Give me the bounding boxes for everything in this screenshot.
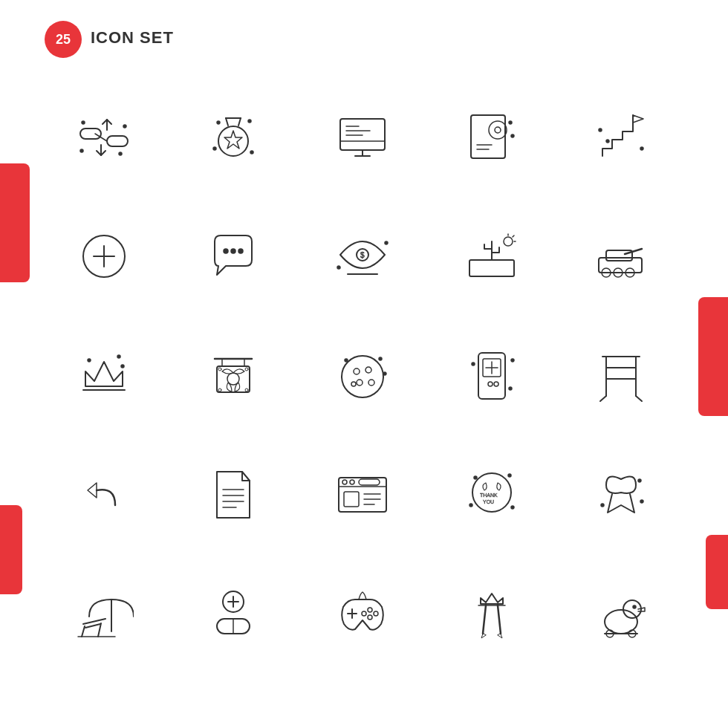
svg-line-10 <box>238 118 241 126</box>
svg-point-89 <box>509 387 512 390</box>
svg-point-73 <box>354 368 360 374</box>
svg-rect-106 <box>344 492 359 507</box>
svg-line-51 <box>513 235 514 237</box>
svg-rect-54 <box>606 250 632 261</box>
svg-point-112 <box>508 474 511 477</box>
svg-point-104 <box>350 480 354 484</box>
icon-ribbon <box>562 438 680 550</box>
icon-eye-dollar: $ <box>303 201 422 312</box>
svg-line-124 <box>98 623 101 637</box>
svg-point-49 <box>504 237 513 246</box>
svg-text:YOU: YOU <box>483 499 494 504</box>
svg-line-9 <box>226 118 228 126</box>
svg-point-40 <box>231 249 235 253</box>
svg-rect-105 <box>359 479 380 485</box>
svg-point-71 <box>245 389 248 391</box>
svg-line-123 <box>82 626 85 637</box>
icon-chat-dots <box>174 201 293 312</box>
svg-marker-8 <box>224 131 242 149</box>
svg-point-33 <box>606 140 609 143</box>
svg-point-111 <box>474 476 477 479</box>
svg-point-44 <box>337 266 340 269</box>
svg-point-80 <box>383 372 386 375</box>
icon-crown <box>45 319 163 431</box>
icon-biohazard-shop <box>174 319 293 431</box>
svg-point-68 <box>218 368 221 371</box>
svg-point-103 <box>342 480 347 484</box>
svg-point-35 <box>599 129 602 131</box>
svg-rect-16 <box>340 119 385 150</box>
icon-tank <box>562 201 680 312</box>
svg-point-78 <box>345 359 348 362</box>
svg-rect-66 <box>217 366 250 392</box>
red-decoration-right-top <box>698 297 728 416</box>
icon-cookie <box>303 319 422 431</box>
svg-point-6 <box>80 149 83 152</box>
svg-point-74 <box>365 367 371 373</box>
svg-point-61 <box>117 355 120 358</box>
icon-mobile-game <box>432 319 551 431</box>
svg-point-34 <box>640 147 643 150</box>
svg-text:$: $ <box>360 251 365 259</box>
svg-rect-0 <box>80 129 101 139</box>
icon-chain-link <box>45 82 163 193</box>
page-title: ICON SET <box>91 28 174 48</box>
svg-point-45 <box>385 241 388 244</box>
svg-text:THANK: THANK <box>480 493 498 498</box>
svg-rect-1 <box>107 136 128 146</box>
svg-point-77 <box>351 382 356 386</box>
svg-point-12 <box>217 121 220 124</box>
icon-vinyl-note <box>432 82 551 193</box>
svg-point-39 <box>224 249 228 253</box>
red-decoration-right-bottom <box>706 535 728 609</box>
svg-point-25 <box>489 121 507 139</box>
svg-point-26 <box>495 127 501 133</box>
icon-luggage-stand <box>562 319 680 431</box>
svg-point-14 <box>213 147 216 150</box>
svg-line-139 <box>498 605 501 634</box>
svg-point-70 <box>218 389 221 391</box>
icon-game-controller <box>303 557 422 669</box>
svg-point-133 <box>368 608 372 612</box>
svg-point-135 <box>368 615 372 620</box>
icon-plus-circle <box>45 201 163 312</box>
svg-point-72 <box>342 356 383 397</box>
svg-point-30 <box>511 134 514 137</box>
svg-line-122 <box>85 624 100 628</box>
svg-point-62 <box>121 365 124 368</box>
svg-line-95 <box>600 396 606 401</box>
svg-point-136 <box>362 611 366 616</box>
svg-point-113 <box>469 504 472 507</box>
svg-point-29 <box>509 121 512 124</box>
red-decoration-left-top <box>0 163 30 282</box>
icon-beach-chair <box>45 557 163 669</box>
svg-point-15 <box>250 151 253 154</box>
svg-point-87 <box>472 363 475 365</box>
svg-point-76 <box>368 380 374 386</box>
svg-point-60 <box>88 359 91 362</box>
svg-point-117 <box>601 504 604 507</box>
icon-duck-toy <box>562 557 680 669</box>
svg-point-13 <box>248 120 251 123</box>
icon-medicine-pill <box>174 557 293 669</box>
svg-point-134 <box>374 611 378 616</box>
svg-point-4 <box>119 152 122 155</box>
svg-rect-47 <box>469 260 514 276</box>
svg-marker-32 <box>633 115 643 123</box>
icon-medal-star <box>174 82 293 193</box>
icon-thank-you-card: THANK YOU <box>432 438 551 550</box>
icon-grid: $ <box>45 82 683 669</box>
icon-browser-window <box>303 438 422 550</box>
icon-monitor-code <box>303 82 422 193</box>
svg-point-114 <box>511 506 514 509</box>
icon-princess-pencils <box>432 557 551 669</box>
svg-point-69 <box>245 368 248 371</box>
icon-document-text <box>174 438 293 550</box>
svg-point-88 <box>511 359 514 362</box>
svg-point-5 <box>123 125 126 128</box>
svg-line-121 <box>83 619 105 624</box>
svg-point-118 <box>638 479 641 482</box>
svg-point-84 <box>494 382 498 386</box>
svg-line-96 <box>636 396 642 401</box>
svg-point-75 <box>357 380 363 386</box>
